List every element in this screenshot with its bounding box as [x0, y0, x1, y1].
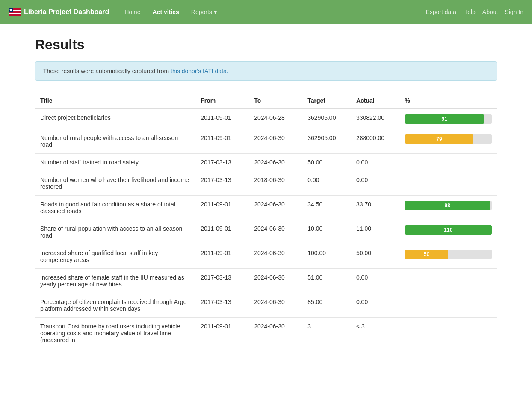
about-link[interactable]: About: [482, 9, 498, 15]
cell-to: 2024-06-30: [249, 196, 302, 220]
table-row: Increased share of female staff in the I…: [35, 269, 497, 293]
nav-reports[interactable]: Reports ▾: [186, 5, 222, 19]
nav-links: Home Activities Reports ▾: [119, 5, 426, 19]
cell-title: Number of staff trained in road safety: [35, 154, 195, 171]
cell-target: 362905.00: [302, 109, 351, 129]
progress-container: 91: [405, 114, 492, 124]
cell-to: 2024-06-30: [249, 293, 302, 318]
cell-percent: [400, 269, 497, 293]
progress-fill: 79: [405, 134, 474, 144]
progress-container: 50: [405, 250, 492, 259]
cell-title: Roads in good and fair condition as a sh…: [35, 196, 195, 220]
col-header-title: Title: [35, 93, 195, 109]
table-row: Percentage of citizen complaints receive…: [35, 293, 497, 318]
cell-to: 2024-06-30: [249, 220, 302, 244]
cell-from: 2017-03-13: [195, 293, 249, 318]
nav-right: Export data Help About Sign In: [426, 9, 523, 15]
progress-container: 98: [405, 201, 492, 210]
progress-track: 50: [405, 250, 492, 259]
cell-target: 51.00: [302, 269, 351, 293]
navbar: Liberia Project Dashboard Home Activitie…: [0, 0, 532, 24]
cell-title: Transport Cost borne by road users inclu…: [35, 318, 195, 349]
table-row: Direct project beneficiaries2011-09-0120…: [35, 109, 497, 129]
cell-to: 2024-06-30: [249, 129, 302, 154]
cell-percent: [400, 318, 497, 349]
cell-actual: 33.70: [351, 196, 400, 220]
help-link[interactable]: Help: [463, 9, 476, 15]
cell-percent: 110: [400, 220, 497, 244]
col-header-actual: Actual: [351, 93, 400, 109]
cell-title: Increased share of qualified local staff…: [35, 244, 195, 269]
nav-activities[interactable]: Activities: [148, 5, 184, 19]
cell-percent: [400, 154, 497, 171]
table-row: Number of staff trained in road safety20…: [35, 154, 497, 171]
sign-in-link[interactable]: Sign In: [505, 9, 523, 15]
cell-actual: 0.00: [351, 293, 400, 318]
results-table: Title From To Target Actual % Direct pro…: [35, 93, 497, 349]
cell-actual: 0.00: [351, 171, 400, 196]
cell-title: Number of women who have their livelihoo…: [35, 171, 195, 196]
cell-percent: [400, 293, 497, 318]
cell-percent: 50: [400, 244, 497, 269]
cell-percent: 91: [400, 109, 497, 129]
cell-title: Increased share of female staff in the I…: [35, 269, 195, 293]
export-data-link[interactable]: Export data: [426, 9, 456, 15]
cell-from: 2011-09-01: [195, 318, 249, 349]
cell-title: Percentage of citizen complaints receive…: [35, 293, 195, 318]
cell-actual: 0.00: [351, 154, 400, 171]
cell-target: 10.00: [302, 220, 351, 244]
cell-title: Number of rural people with access to an…: [35, 129, 195, 154]
cell-actual: 11.00: [351, 220, 400, 244]
table-row: Share of rural population with access to…: [35, 220, 497, 244]
chevron-down-icon: ▾: [214, 9, 217, 15]
cell-from: 2011-09-01: [195, 196, 249, 220]
progress-container: 110: [405, 225, 492, 235]
cell-target: 362905.00: [302, 129, 351, 154]
flag-icon: [9, 8, 21, 16]
cell-percent: 98: [400, 196, 497, 220]
brand-link[interactable]: Liberia Project Dashboard: [9, 8, 109, 16]
progress-track: 79: [405, 134, 492, 144]
cell-target: 0.00: [302, 171, 351, 196]
cell-to: 2018-06-30: [249, 171, 302, 196]
cell-from: 2011-09-01: [195, 220, 249, 244]
iati-link[interactable]: this donor's IATI data.: [171, 68, 228, 74]
progress-fill: 50: [405, 250, 449, 259]
cell-actual: 50.00: [351, 244, 400, 269]
table-row: Number of women who have their livelihoo…: [35, 171, 497, 196]
cell-title: Share of rural population with access to…: [35, 220, 195, 244]
cell-actual: < 3: [351, 318, 400, 349]
cell-actual: 0.00: [351, 269, 400, 293]
table-body: Direct project beneficiaries2011-09-0120…: [35, 109, 497, 349]
cell-from: 2011-09-01: [195, 244, 249, 269]
nav-home[interactable]: Home: [119, 5, 145, 19]
progress-fill: 110: [405, 225, 492, 235]
svg-rect-4: [9, 13, 21, 14]
table-header: Title From To Target Actual %: [35, 93, 497, 109]
col-header-target: Target: [302, 93, 351, 109]
cell-from: 2011-09-01: [195, 129, 249, 154]
cell-target: 50.00: [302, 154, 351, 171]
main-content: Results These results were automatically…: [18, 24, 514, 362]
table-row: Roads in good and fair condition as a sh…: [35, 196, 497, 220]
progress-container: 79: [405, 134, 492, 144]
progress-track: 110: [405, 225, 492, 235]
cell-target: 100.00: [302, 244, 351, 269]
col-header-to: To: [249, 93, 302, 109]
col-header-percent: %: [400, 93, 497, 109]
cell-target: 85.00: [302, 293, 351, 318]
table-row: Number of rural people with access to an…: [35, 129, 497, 154]
cell-from: 2017-03-13: [195, 154, 249, 171]
page-title: Results: [35, 37, 497, 53]
brand-text: Liberia Project Dashboard: [24, 8, 109, 16]
cell-actual: 288000.00: [351, 129, 400, 154]
progress-fill: 91: [405, 114, 484, 124]
cell-actual: 330822.00: [351, 109, 400, 129]
svg-rect-5: [9, 15, 21, 15]
cell-to: 2024-06-30: [249, 154, 302, 171]
progress-fill: 98: [405, 201, 490, 210]
col-header-from: From: [195, 93, 249, 109]
progress-track: 91: [405, 114, 492, 124]
cell-percent: 79: [400, 129, 497, 154]
info-banner: These results were automatically capture…: [35, 61, 497, 81]
